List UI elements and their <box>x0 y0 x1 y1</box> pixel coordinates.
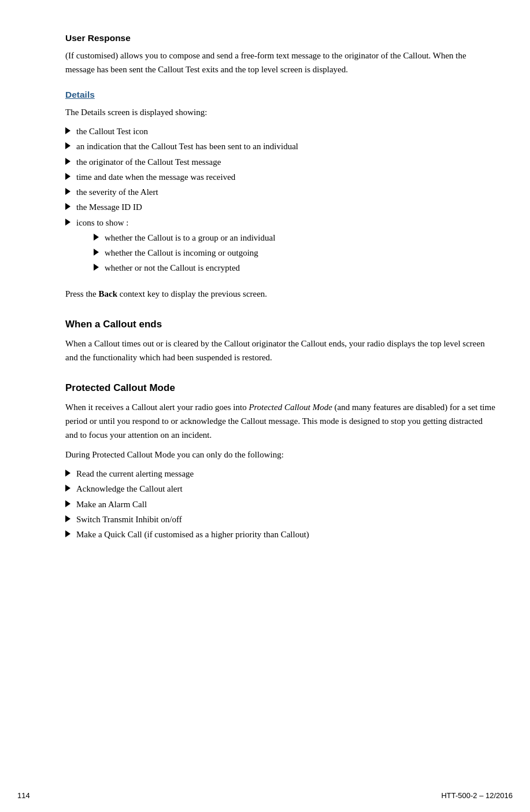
user-response-paragraph: (If customised) allows you to compose an… <box>65 49 495 76</box>
page-container: User Response (If customised) allows you… <box>0 0 530 812</box>
list-item-text: time and date when the message was recei… <box>76 171 235 184</box>
bullet-arrow-icon <box>65 485 71 492</box>
bullet-arrow-icon <box>94 234 99 241</box>
bullet-arrow-icon <box>65 188 71 195</box>
protected-callout-mode-heading: Protected Callout Mode <box>65 381 495 396</box>
protected-callout-mode-bullet-list: Read the current alerting message Acknow… <box>65 467 495 541</box>
bullet-arrow-icon <box>65 500 71 507</box>
details-intro: The Details screen is displayed showing: <box>65 105 495 119</box>
details-bullet-list: the Callout Test icon an indication that… <box>65 125 495 281</box>
list-item-text: the Callout Test icon <box>76 125 148 138</box>
list-item-text: Make a Quick Call (if customised as a hi… <box>76 528 309 541</box>
list-item: icons to show : whether the Callout is t… <box>65 216 495 281</box>
user-response-section: User Response (If customised) allows you… <box>65 31 495 76</box>
list-item-text: whether the Callout is to a group or an … <box>105 231 275 245</box>
back-bold-text: Back <box>99 289 118 298</box>
details-heading: Details <box>65 88 495 102</box>
list-item-text: Make an Alarm Call <box>76 498 147 511</box>
content-area: User Response (If customised) allows you… <box>65 31 495 541</box>
list-item: the Callout Test icon <box>65 125 495 138</box>
protected-callout-mode-paragraph2: During Protected Callout Mode you can on… <box>65 448 495 462</box>
bullet-arrow-icon <box>65 470 71 477</box>
details-sub-bullet-list: whether the Callout is to a group or an … <box>94 231 275 275</box>
list-item: whether the Callout is to a group or an … <box>94 231 275 245</box>
list-item: Make an Alarm Call <box>65 498 495 511</box>
bullet-arrow-icon <box>65 219 71 226</box>
bullet-arrow-icon <box>65 203 71 210</box>
bullet-arrow-icon <box>65 515 71 522</box>
bullet-arrow-icon <box>94 249 99 256</box>
list-item: whether or not the Callout is encrypted <box>94 261 275 275</box>
list-item-text: the Message ID ID <box>76 201 142 214</box>
user-response-heading: User Response <box>65 31 495 45</box>
bullet-arrow-icon <box>65 158 71 165</box>
list-item-text: Acknowledge the Callout alert <box>76 482 183 496</box>
list-item-text: the severity of the Alert <box>76 186 158 199</box>
list-item: Acknowledge the Callout alert <box>65 482 495 496</box>
list-item-text: the originator of the Callout Test messa… <box>76 156 221 169</box>
bullet-arrow-icon <box>65 142 71 149</box>
list-item-text: icons to show : whether the Callout is t… <box>76 216 275 281</box>
details-section: Details The Details screen is displayed … <box>65 88 495 301</box>
list-item: the originator of the Callout Test messa… <box>65 156 495 169</box>
protected-callout-mode-section: Protected Callout Mode When it receives … <box>65 381 495 542</box>
bullet-arrow-icon <box>65 127 71 134</box>
page-number: 114 <box>17 790 30 802</box>
list-item: whether the Callout is incoming or outgo… <box>94 246 275 260</box>
press-back-paragraph: Press the Back context key to display th… <box>65 287 495 301</box>
list-item: Make a Quick Call (if customised as a hi… <box>65 528 495 541</box>
page-footer: 114 HTT-500-2 – 12/2016 <box>0 790 530 802</box>
bullet-arrow-icon <box>94 264 99 271</box>
list-item-text: whether or not the Callout is encrypted <box>105 261 240 275</box>
doc-reference: HTT-500-2 – 12/2016 <box>441 790 513 802</box>
list-item: the severity of the Alert <box>65 186 495 199</box>
list-item: the Message ID ID <box>65 201 495 214</box>
protected-callout-mode-paragraph1: When it receives a Callout alert your ra… <box>65 400 495 442</box>
protected-callout-mode-italic: Protected Callout Mode <box>249 403 332 412</box>
bullet-arrow-icon <box>65 173 71 180</box>
when-callout-ends-paragraph: When a Callout times out or is cleared b… <box>65 337 495 364</box>
list-item-text: Read the current alerting message <box>76 467 194 481</box>
bullet-arrow-icon <box>65 530 71 537</box>
list-item-text: an indication that the Callout Test has … <box>76 140 298 153</box>
when-callout-ends-section: When a Callout ends When a Callout times… <box>65 317 495 364</box>
list-item-text: Switch Transmit Inhibit on/off <box>76 513 182 526</box>
list-item: an indication that the Callout Test has … <box>65 140 495 153</box>
when-callout-ends-heading: When a Callout ends <box>65 317 495 332</box>
list-item: time and date when the message was recei… <box>65 171 495 184</box>
list-item: Read the current alerting message <box>65 467 495 481</box>
list-item: Switch Transmit Inhibit on/off <box>65 513 495 526</box>
list-item-text: whether the Callout is incoming or outgo… <box>105 246 258 260</box>
